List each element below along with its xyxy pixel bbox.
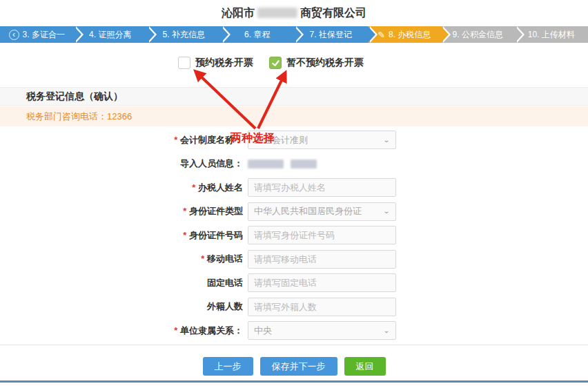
field-label: * 单位隶属关系： [0,325,243,337]
field-label: * 办税人姓名 [0,182,243,194]
field-control [248,178,396,197]
redacted-person-name [248,160,284,168]
form-row-foreign-staff-count-input: 外籍人数 [0,298,588,316]
form-row-accounting-system-select: * 会计制度名称：企业会计准则⌄ [0,131,588,149]
checkbox-label: 预约税务开票 [195,57,253,69]
step-item-5[interactable]: 5. 补充信息 [147,26,221,43]
step-item-9[interactable]: 9. 公积金信息 [441,26,515,43]
id-number-input[interactable] [248,226,396,244]
prev-step-button[interactable]: 上一步 [203,357,253,376]
step-label: 10. 上传材料 [528,29,575,41]
field-control: 中央⌄ [248,321,396,340]
invoice-option-reserve[interactable]: 预约税务开票 [178,57,253,69]
footer-button-row: 上一步 保存并下一步 返回 [0,357,588,376]
invoice-option-row: 预约税务开票 暂不预约税务开票 [178,57,364,69]
step-label: 4. 证照分离 [89,29,131,41]
field-label: 固定电话 [0,277,243,289]
checkmark-icon [271,59,280,68]
field-label: * 身份证件类型 [0,205,243,218]
chevron-down-icon: ⌄ [383,208,390,215]
required-asterisk: * [183,230,189,240]
annotation-text: 两种选择 [231,131,275,146]
field-control [248,250,396,269]
required-asterisk: * [201,253,207,264]
required-asterisk: * [174,325,180,336]
registration-wizard-page: 沁阳市商贸有限公司 ‹3. 多证合一4. 证照分离5. 补充信息6. 章程7. … [0,0,588,386]
field-label: 外籍人数 [0,300,243,313]
company-name-suffix: 商贸有限公司 [300,7,366,19]
bottom-accent-bar [0,380,588,383]
required-asterisk: * [183,206,189,216]
mobile-phone-input[interactable] [248,250,396,269]
checkbox-no-reserve-invoicing[interactable] [269,57,282,69]
checkbox-reserve-invoicing[interactable] [178,57,190,69]
required-asterisk: * [192,182,198,193]
field-control [248,155,396,173]
save-next-button[interactable]: 保存并下一步 [260,357,337,376]
field-label: * 身份证件号码 [0,229,243,242]
checkbox-label: 暂不预约税务开票 [286,57,364,69]
form-row-id-number-input: * 身份证件号码 [0,226,588,244]
section-header: 税务登记信息（确认） [0,87,588,106]
foreign-staff-count-input[interactable] [248,298,396,316]
step-label: 9. 公积金信息 [453,29,503,41]
notice-text: 税务部门咨询电话：12366 [26,110,132,123]
field-control [248,298,396,316]
form-row-tax-agent-name-input: * 办税人姓名 [0,178,588,197]
required-asterisk: * [174,135,180,145]
field-label: * 移动电话 [0,253,243,265]
company-name-prefix: 沁阳市 [222,7,255,19]
redacted-company-name [257,8,297,18]
form-row-unit-affiliation-select: * 单位隶属关系：中央⌄ [0,321,588,340]
invoice-option-no-reserve[interactable]: 暂不预约税务开票 [269,57,364,69]
unit-affiliation-select[interactable]: 中央⌄ [248,321,396,340]
tax-agent-name-input[interactable] [248,178,396,197]
form-row-landline-phone-input: 固定电话 [0,273,588,292]
form-row-mobile-phone-input: * 移动电话 [0,250,588,269]
tax-hotline-notice: 税务部门咨询电话：12366 [0,106,588,126]
step-back-icon: ‹ [9,30,19,40]
step-label: 6. 章程 [244,29,270,41]
form-row-id-type-select: * 身份证件类型中华人民共和国居民身份证⌄ [0,202,588,221]
return-button[interactable]: 返回 [344,357,386,376]
page-title: 沁阳市商贸有限公司 [0,6,588,21]
landline-phone-input[interactable] [248,273,396,292]
id-type-select[interactable]: 中华人民共和国居民身份证⌄ [248,202,396,221]
step-label: 7. 社保登记 [310,29,352,41]
chevron-down-icon: ⌄ [383,327,390,334]
pencil-icon: ✎ [378,30,385,39]
form-divider [0,345,588,345]
chevron-down-icon: ⌄ [383,137,390,144]
field-control [248,273,396,292]
step-label: 5. 补充信息 [163,29,205,41]
step-item-10[interactable]: 10. 上传材料 [515,26,588,43]
tax-form: * 会计制度名称：企业会计准则⌄导入人员信息：* 办税人姓名* 身份证件类型中华… [0,131,588,340]
field-control [248,226,396,244]
form-row-imported-person-info: 导入人员信息： [0,155,588,173]
redacted-person-id [291,160,317,168]
field-label: 导入人员信息： [0,157,243,170]
step-label: 8. 办税信息 [389,29,431,41]
step-item-3[interactable]: ‹3. 多证合一 [0,26,74,43]
select-value: 中央 [254,325,272,337]
step-item-7[interactable]: 7. 社保登记 [294,26,368,43]
step-item-6[interactable]: 6. 章程 [221,26,295,43]
step-label: 3. 多证合一 [23,29,65,41]
field-label: * 会计制度名称： [0,134,243,146]
field-control: 中华人民共和国居民身份证⌄ [248,202,396,221]
step-bar: ‹3. 多证合一4. 证照分离5. 补充信息6. 章程7. 社保登记✎8. 办税… [0,26,588,43]
step-item-4[interactable]: 4. 证照分离 [74,26,148,43]
step-item-8[interactable]: ✎8. 办税信息 [368,26,442,43]
section-title: 税务登记信息（确认） [26,90,123,103]
select-value: 中华人民共和国居民身份证 [254,205,362,218]
